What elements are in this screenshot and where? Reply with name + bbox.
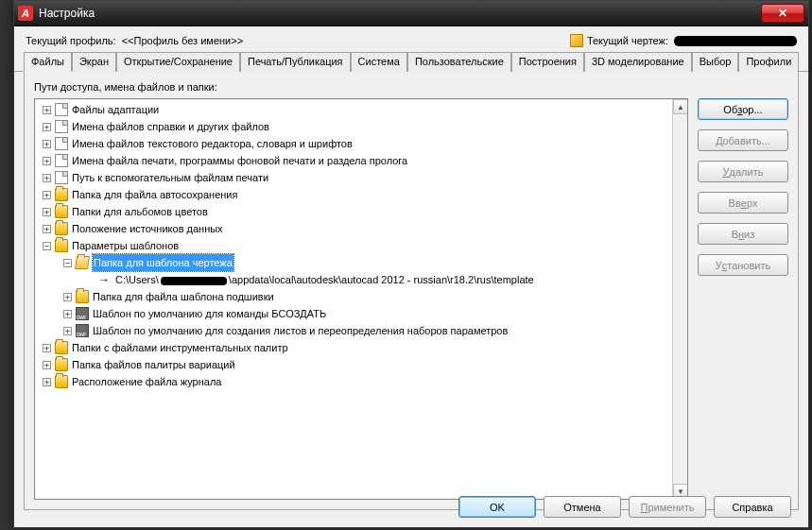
tree-node-label: Имена файлов справки и других файлов bbox=[72, 118, 269, 135]
file-icon bbox=[55, 103, 68, 116]
tree-node[interactable]: +Папки с файлами инструментальных палитр bbox=[35, 339, 672, 356]
tree-node-label: Папка для файла автосохранения bbox=[72, 186, 237, 203]
tree-node-label: C:\Users\\appdata\local\autodesk\autocad… bbox=[115, 271, 534, 288]
expand-icon[interactable]: + bbox=[43, 361, 51, 369]
folder-icon bbox=[55, 205, 68, 218]
tree-node-label: Шаблон по умолчанию для команды БСОЗДАТЬ bbox=[93, 305, 326, 322]
expand-icon[interactable]: + bbox=[63, 310, 72, 318]
tab-5[interactable]: Пользовательские bbox=[407, 52, 511, 72]
expand-icon[interactable]: + bbox=[43, 174, 51, 182]
tree-node[interactable]: C:\Users\\appdata\local\autodesk\autocad… bbox=[35, 271, 672, 288]
tree-node-label: Шаблон по умолчанию для создания листов … bbox=[93, 322, 508, 339]
tree-node[interactable]: +Путь к вспомогательным файлам печати bbox=[35, 169, 672, 186]
expand-icon[interactable]: + bbox=[43, 191, 51, 199]
move-down-button[interactable]: Вниз bbox=[698, 223, 788, 245]
folder-icon bbox=[55, 375, 68, 388]
titlebar[interactable]: A Настройка ✕ bbox=[14, 1, 808, 26]
tab-8[interactable]: Выбор bbox=[692, 52, 739, 72]
tree-node-label: Папка для файла шаблона подшивки bbox=[93, 288, 274, 305]
tab-strip: ФайлыЭкранОткрытие/СохранениеПечать/Публ… bbox=[14, 51, 808, 72]
collapse-icon[interactable]: − bbox=[63, 259, 72, 267]
tree-node-label: Положение источников данных bbox=[72, 220, 223, 237]
file-icon bbox=[55, 171, 68, 184]
expand-icon[interactable]: + bbox=[43, 106, 51, 114]
tree-node[interactable]: +Расположение файла журнала bbox=[35, 373, 672, 390]
settings-dialog: A Настройка ✕ Текущий профиль: <<Профиль… bbox=[13, 0, 809, 528]
browse-button[interactable]: Обзор... bbox=[698, 98, 788, 120]
file-icon bbox=[55, 154, 68, 167]
tab-0[interactable]: Файлы bbox=[24, 52, 72, 72]
collapse-icon[interactable]: − bbox=[43, 242, 51, 250]
app-icon: A bbox=[18, 6, 33, 21]
tree-node-label: Имена файла печати, программы фоновой пе… bbox=[72, 152, 407, 169]
tree-node[interactable]: −Параметры шаблонов bbox=[35, 237, 672, 254]
tree-node-label: Папки для альбомов цветов bbox=[72, 203, 208, 220]
ok-button[interactable]: OK bbox=[458, 496, 536, 518]
folder-icon bbox=[76, 290, 89, 303]
move-up-button[interactable]: Вверх bbox=[698, 192, 788, 214]
tab-6[interactable]: Построения bbox=[511, 52, 584, 72]
tree-node[interactable]: +Шаблон по умолчанию для команды БСОЗДАТ… bbox=[35, 305, 672, 322]
help-button[interactable]: Справка bbox=[714, 496, 791, 518]
expand-icon[interactable]: + bbox=[43, 157, 51, 165]
folder-icon bbox=[55, 341, 68, 354]
tree-node-label: Папки с файлами инструментальных палитр bbox=[72, 339, 288, 356]
tree-node-label: Файлы адаптации bbox=[72, 101, 159, 118]
cancel-button[interactable]: Отмена bbox=[544, 496, 621, 518]
tree-node[interactable]: +Имена файла печати, программы фоновой п… bbox=[35, 152, 672, 169]
tree-node[interactable]: −Папка для шаблона чертежа bbox=[35, 254, 672, 271]
folder-icon bbox=[55, 239, 68, 252]
tab-7[interactable]: 3D моделирование bbox=[584, 52, 692, 72]
tree-node[interactable]: +Папки для альбомов цветов bbox=[35, 203, 672, 220]
drawing-icon bbox=[570, 34, 583, 47]
folder-icon bbox=[55, 358, 68, 371]
window-title: Настройка bbox=[39, 7, 761, 20]
tree-node-label: Параметры шаблонов bbox=[72, 237, 179, 254]
current-profile-label: Текущий профиль: bbox=[26, 35, 116, 46]
files-tab-panel: Пути доступа, имена файлов и папки: +Фай… bbox=[24, 71, 799, 510]
dwg-icon bbox=[76, 324, 89, 337]
tree-scrollbar[interactable]: ▲ ▼ bbox=[672, 99, 687, 499]
tree-node[interactable]: +Папка для файла автосохранения bbox=[35, 186, 672, 203]
expand-icon[interactable]: + bbox=[63, 293, 72, 301]
remove-button[interactable]: Удалить bbox=[698, 161, 788, 182]
arrow-path-icon bbox=[98, 273, 112, 286]
current-drawing-value-redacted bbox=[674, 36, 797, 46]
tree-node[interactable]: +Положение источников данных bbox=[35, 220, 672, 237]
redacted-username bbox=[161, 277, 227, 285]
tab-1[interactable]: Экран bbox=[72, 52, 116, 72]
add-button[interactable]: Добавить... bbox=[698, 129, 788, 151]
tree-node[interactable]: +Папка файлов палитры вариаций bbox=[35, 356, 672, 373]
expand-icon[interactable]: + bbox=[43, 123, 51, 131]
file-icon bbox=[55, 137, 68, 150]
folder-icon bbox=[55, 222, 68, 235]
side-buttons: Обзор... Добавить... Удалить Вверх Вниз … bbox=[698, 98, 788, 500]
tree-node[interactable]: +Файлы адаптации bbox=[35, 101, 672, 118]
tree-node[interactable]: +Имена файлов текстового редактора, слов… bbox=[35, 135, 672, 152]
tab-9[interactable]: Профили bbox=[738, 52, 799, 72]
tree-node[interactable]: +Папка для файла шаблона подшивки bbox=[35, 288, 672, 305]
expand-icon[interactable]: + bbox=[43, 344, 51, 352]
scroll-up-icon[interactable]: ▲ bbox=[673, 99, 688, 114]
tree-node-label: Папка для шаблона чертежа bbox=[93, 254, 233, 271]
set-button[interactable]: Установить bbox=[698, 254, 788, 276]
tree-node[interactable]: +Имена файлов справки и других файлов bbox=[35, 118, 672, 135]
current-profile-value: <<Профиль без имени>> bbox=[122, 35, 243, 46]
close-button[interactable]: ✕ bbox=[761, 4, 804, 23]
tab-3[interactable]: Печать/Публикация bbox=[240, 52, 351, 72]
tree-node[interactable]: +Шаблон по умолчанию для создания листов… bbox=[35, 322, 672, 339]
current-drawing-label: Текущий чертеж: bbox=[587, 35, 668, 46]
expand-icon[interactable]: + bbox=[43, 225, 51, 233]
apply-button[interactable]: Применить bbox=[629, 496, 706, 518]
file-icon bbox=[55, 120, 68, 133]
folder-open-icon bbox=[75, 256, 90, 269]
tab-4[interactable]: Система bbox=[351, 52, 407, 72]
tree-view[interactable]: +Файлы адаптации+Имена файлов справки и … bbox=[34, 98, 688, 500]
expand-icon[interactable]: + bbox=[43, 378, 51, 386]
expand-icon[interactable]: + bbox=[43, 208, 51, 216]
expand-icon[interactable]: + bbox=[63, 327, 72, 335]
paths-label: Пути доступа, имена файлов и папки: bbox=[34, 81, 788, 93]
expand-icon[interactable]: + bbox=[43, 140, 51, 148]
dialog-footer: OK Отмена Применить Справка bbox=[458, 496, 791, 518]
tab-2[interactable]: Открытие/Сохранение bbox=[116, 52, 240, 72]
